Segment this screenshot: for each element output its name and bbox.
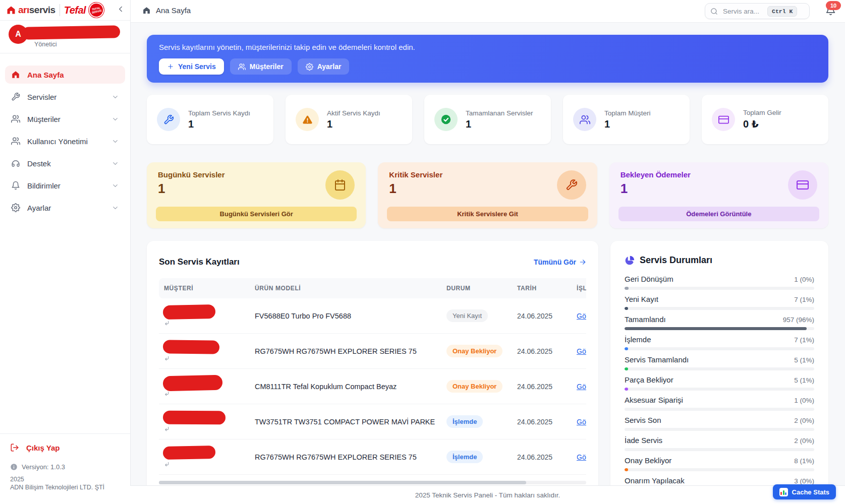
keyboard-shortcut: Ctrl K	[767, 6, 797, 17]
product-model: CM8111TR Tefal Kopuklum Compact Beyaz	[250, 383, 441, 391]
users-icon	[11, 137, 20, 146]
stat-total-customers: Toplam Müşteri1	[563, 95, 690, 144]
status-label: Servis Tamamlandı	[625, 355, 689, 364]
status-badge: Onay Bekliyor	[446, 345, 502, 357]
sidebar-item-bildirimler[interactable]: Bildirimler	[5, 176, 125, 195]
stat-total-services: Toplam Servis Kaydı1	[147, 95, 273, 144]
topbar: Ana Sayfa Ctrl K 10	[130, 0, 845, 23]
table-header: MÜŞTERİ ÜRÜN MODELİ DURUM TARİH İŞLEM	[159, 278, 586, 298]
view-service-link[interactable]: Görüntüle	[577, 418, 586, 426]
col-urun-modeli: ÜRÜN MODELİ	[250, 285, 441, 292]
notification-count-badge: 10	[826, 1, 841, 10]
customer-name-redaction	[163, 374, 223, 391]
wrench-icon	[157, 108, 180, 131]
go-critical-services-button[interactable]: Kritik Servislere Git	[387, 207, 588, 221]
logo-divider	[60, 4, 60, 16]
status-item: Tamamlandı957 (96%)	[625, 315, 814, 335]
new-service-button[interactable]: Yeni Servis	[159, 58, 224, 75]
avatar: A	[9, 25, 28, 44]
critical-services-card: Kritik Servisler 1 Kritik Servislere Git	[378, 162, 597, 228]
alert-triangle-icon	[296, 108, 319, 131]
brand-logo: arıservis	[18, 5, 55, 16]
customers-button[interactable]: Müşteriler	[230, 58, 292, 75]
credit-card-icon	[788, 170, 817, 200]
chevron-down-icon	[111, 115, 119, 123]
status-label: Onarım Yapılacak	[625, 476, 685, 485]
breadcrumb[interactable]: Ana Sayfa	[142, 6, 191, 15]
sidebar-item-musteriler[interactable]: Müşteriler	[5, 110, 125, 128]
table-row: RG7675WH RG7675WH EXPLORER SERIES 75 İşl…	[159, 439, 586, 475]
status-badge: Onay Bekliyor	[446, 380, 502, 393]
chevron-down-icon	[111, 160, 119, 167]
users-icon	[573, 108, 596, 131]
logout-button[interactable]: Çıkış Yap	[10, 443, 120, 452]
status-label: Servis Son	[625, 416, 661, 424]
product-model: RG7675WH RG7675WH EXPLORER SERIES 75	[250, 347, 441, 355]
main-content: Servis kayıtlarını yönetin, müşterilerin…	[130, 22, 845, 504]
sidebar-collapse-icon[interactable]	[116, 5, 125, 14]
chevron-down-icon	[111, 138, 119, 145]
sidebar-item-ana-sayfa[interactable]: Ana Sayfa	[5, 66, 125, 84]
status-label: Onay Bekliyor	[625, 456, 671, 465]
product-model: FV5688E0 Turbo Pro FV5688	[250, 312, 441, 320]
logout-icon	[10, 443, 19, 452]
sidebar-item-ayarlar[interactable]: Ayarlar	[5, 199, 125, 217]
status-label: Tamamlandı	[625, 315, 666, 324]
stat-completed-services: Tamamlanan Servisler1	[424, 95, 551, 144]
view-all-link[interactable]: Tümünü Gör	[534, 258, 586, 266]
status-item: Onay Bekliyor8 (1%)	[625, 456, 814, 476]
status-value: 5 (1%)	[794, 356, 814, 364]
users-icon	[11, 114, 20, 123]
calendar-icon	[325, 170, 355, 200]
cache-stats-button[interactable]: Cache Stats	[773, 484, 836, 499]
table-row: FV5688E0 Turbo Pro FV5688 Yeni Kayıt 24.…	[159, 298, 586, 334]
stats-row: Toplam Servis Kaydı1 Aktif Servis Kaydı1…	[147, 95, 828, 144]
search-input[interactable]	[722, 7, 767, 16]
status-item: Parça Bekliyor5 (1%)	[625, 375, 814, 396]
recent-services-card: Son Servis Kayıtları Tümünü Gör MÜŞTERİ …	[147, 241, 598, 504]
user-name-redaction	[22, 25, 120, 39]
view-service-link[interactable]: Görüntüle	[577, 312, 586, 320]
customer-name-redaction	[163, 340, 219, 354]
reply-arrow-icon	[164, 355, 171, 362]
hero-banner: Servis kayıtlarını yönetin, müşterilerin…	[147, 35, 828, 83]
recent-services-title: Son Servis Kayıtları	[159, 257, 240, 267]
tefal-logo: Tefal	[64, 5, 86, 16]
settings-button[interactable]: Ayarlar	[298, 58, 350, 75]
status-value: 1 (0%)	[794, 397, 814, 404]
status-progress-fill	[625, 468, 628, 471]
horizontal-scrollbar[interactable]	[159, 481, 586, 484]
status-label: Aksesuar Siparişi	[625, 396, 683, 404]
status-progress-track	[625, 287, 814, 290]
credit-card-icon	[712, 108, 735, 131]
service-date: 24.06.2025	[512, 383, 572, 391]
bar-chart-icon	[779, 488, 788, 496]
view-service-link[interactable]: Görüntüle	[577, 347, 586, 355]
col-durum: DURUM	[441, 285, 512, 292]
users-icon	[238, 63, 246, 71]
stat-total-revenue: Toplam Gelir0 ₺	[702, 95, 828, 144]
search-icon	[710, 8, 718, 15]
sidebar-item-destek[interactable]: Destek	[5, 154, 125, 172]
services-table: MÜŞTERİ ÜRÜN MODELİ DURUM TARİH İŞLEM FV…	[159, 278, 586, 475]
wrench-icon	[11, 92, 20, 101]
service-statuses-card: Servis Durumları Geri Dönüşüm1 (0%)Yeni …	[610, 241, 828, 504]
view-todays-services-button[interactable]: Bugünkü Servisleri Gör	[156, 207, 357, 221]
col-tarih: TARİH	[512, 285, 572, 292]
status-item: Geri Dönüşüm1 (0%)	[625, 275, 814, 295]
sidebar-item-kullanici-yonetimi[interactable]: Kullanıcı Yönetimi	[5, 132, 125, 150]
sidebar-item-servisler[interactable]: Servisler	[5, 88, 125, 106]
status-label: Yeni Kayıt	[625, 295, 658, 303]
col-islem: İŞLEM	[572, 285, 586, 292]
view-service-link[interactable]: Görüntüle	[577, 453, 586, 461]
search-box[interactable]: Ctrl K	[705, 3, 810, 19]
logo-row: arıservis Tefal TEFALSERVİS	[0, 0, 130, 21]
view-payments-button[interactable]: Ödemeleri Görüntüle	[618, 207, 819, 221]
status-badge: İşlemde	[446, 451, 483, 463]
home-icon	[11, 70, 20, 79]
headset-icon	[11, 159, 20, 168]
status-label: Parça Bekliyor	[625, 375, 673, 384]
view-service-link[interactable]: Görüntüle	[577, 383, 586, 391]
wrench-icon	[557, 170, 586, 200]
table-row: CM8111TR Tefal Kopuklum Compact Beyaz On…	[159, 369, 586, 404]
